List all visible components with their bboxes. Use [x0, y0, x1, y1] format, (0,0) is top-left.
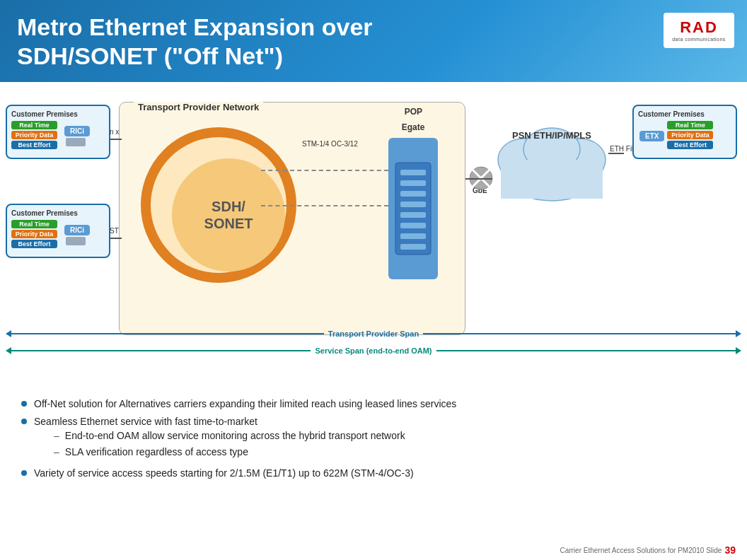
service-span-arrow-left [6, 347, 11, 354]
rad-logo: RAD data communications [664, 13, 734, 48]
sub-dash-1: – [54, 429, 59, 443]
svg-rect-1 [400, 170, 426, 175]
conn-gbe-h [465, 178, 492, 180]
svg-rect-13 [501, 160, 603, 199]
transport-span-row: Transport Provider Span [6, 329, 741, 338]
egate-device [388, 138, 438, 279]
transport-span-line [11, 333, 324, 334]
badge-best-effort-1: Best Effort [11, 141, 57, 149]
badge-best-effort-2: Best Effort [11, 240, 57, 248]
slide-number: 39 [724, 544, 736, 556]
sub-dash-2: – [54, 445, 59, 460]
psn-label: PSN ETH/IP/MPLS [495, 130, 608, 142]
bullet-dot-1 [21, 401, 27, 407]
egate-label: Egate [388, 122, 438, 132]
customer-premises-right: Customer Premises ETX Real Time Priority… [632, 105, 737, 159]
bullet-text-2: Seamless Ethernet service with fast time… [34, 416, 257, 427]
svg-rect-7 [400, 233, 426, 239]
bullet-item-1: Off-Net solution for Alternatives carrie… [21, 397, 726, 412]
bullet-section: Off-Net solution for Alternatives carrie… [0, 386, 747, 492]
brand-name: RAD [680, 20, 718, 35]
psn-cloud-svg [495, 114, 608, 206]
svg-rect-2 [400, 180, 426, 186]
customer-premises-left-top: Customer Premises Real Time Priority Dat… [6, 105, 110, 159]
transport-span-line-right [423, 333, 736, 334]
transport-span-arrow-left [6, 330, 11, 337]
sdh-inner: SDH/SONET [172, 158, 285, 272]
device-row-top: Real Time Priority Data Best Effort RICi [11, 121, 105, 152]
footer-text: Carrier Ethernet Access Solutions for PM… [560, 547, 722, 554]
pop-label: POP [405, 107, 422, 117]
sub-text-1: End-to-end OAM allow service monitoring … [65, 429, 405, 443]
customer-premises-left-bottom: Customer Premises Real Time Priority Dat… [6, 204, 110, 258]
diagram-area: Customer Premises Real Time Priority Dat… [0, 82, 747, 386]
bullet-dot-2 [21, 419, 27, 424]
badge-real-time-2: Real Time [11, 220, 57, 228]
device-row-bottom: Real Time Priority Data Best Effort RICi [11, 220, 105, 251]
service-badges-bottom: Real Time Priority Data Best Effort [11, 220, 57, 248]
bullet-group-2: Seamless Ethernet service with fast time… [34, 415, 405, 462]
transport-span-arrow-right [736, 330, 741, 337]
bullet-text-3: Variety of service access speeds startin… [34, 467, 414, 481]
transport-network-label: Transport Provider Network [134, 102, 263, 112]
badge-priority-data-1: Priority Data [11, 131, 57, 139]
svg-rect-6 [400, 223, 426, 228]
svg-rect-8 [400, 244, 426, 250]
brand-sub: data communications [672, 37, 726, 42]
conn-bottom-h [110, 238, 122, 239]
customer-label-top: Customer Premises [11, 110, 105, 118]
rici-device-top: RICi [64, 126, 90, 136]
rici-device-bottom: RICi [64, 225, 90, 235]
bullet-dot-3 [21, 470, 27, 476]
conn-right-h [608, 153, 624, 154]
sdh-label: SDH/SONET [204, 198, 253, 232]
transport-network-box: Transport Provider Network POP SDH/SONET… [119, 102, 465, 335]
bullet-text-1: Off-Net solution for Alternatives carrie… [34, 397, 456, 412]
service-span-arrow-right [736, 347, 741, 354]
sdh-sonet-container: SDH/SONET [141, 127, 296, 297]
bullet-item-3: Variety of service access speeds startin… [21, 467, 726, 481]
service-span-line-right [436, 350, 736, 351]
badge-priority-data-right: Priority Data [667, 131, 713, 139]
egate-svg [392, 156, 434, 262]
svg-rect-5 [400, 212, 426, 218]
transport-span-label: Transport Provider Span [328, 329, 419, 338]
svg-rect-0 [395, 163, 431, 255]
badge-real-time-1: Real Time [11, 121, 57, 129]
customer-label-right: Customer Premises [638, 110, 731, 118]
badge-best-effort-right: Best Effort [667, 141, 713, 149]
page-title: Metro Ethernet Expansion over SDH/SONET … [17, 13, 569, 71]
badge-priority-data-2: Priority Data [11, 230, 57, 238]
psn-cloud-container [495, 114, 608, 206]
sub-item-2: – SLA verification regardless of access … [54, 445, 405, 460]
badge-real-time-right: Real Time [667, 121, 713, 129]
service-badges-right: Real Time Priority Data Best Effort [667, 121, 713, 149]
etx-device: ETX [639, 131, 664, 141]
footer: Carrier Ethernet Access Solutions for PM… [0, 540, 747, 560]
bullet-item-2: Seamless Ethernet service with fast time… [21, 415, 726, 462]
sub-text-2: SLA verification regardless of access ty… [65, 445, 248, 460]
sub-item-1: – End-to-end OAM allow service monitorin… [54, 429, 405, 443]
service-span-row: Service Span (end-to-end OAM) [6, 346, 741, 355]
service-span-label: Service Span (end-to-end OAM) [315, 346, 432, 355]
svg-rect-3 [400, 191, 426, 197]
device-row-right: ETX Real Time Priority Data Best Effort [638, 121, 731, 152]
stm-label-top: STM-1/4 OC-3/12 [302, 139, 358, 148]
customer-label-bottom: Customer Premises [11, 209, 105, 217]
conn-top-h [110, 139, 122, 140]
header: Metro Ethernet Expansion over SDH/SONET … [0, 0, 747, 82]
service-span-line [11, 350, 311, 351]
service-badges-top: Real Time Priority Data Best Effort [11, 121, 57, 149]
svg-rect-4 [400, 202, 426, 207]
